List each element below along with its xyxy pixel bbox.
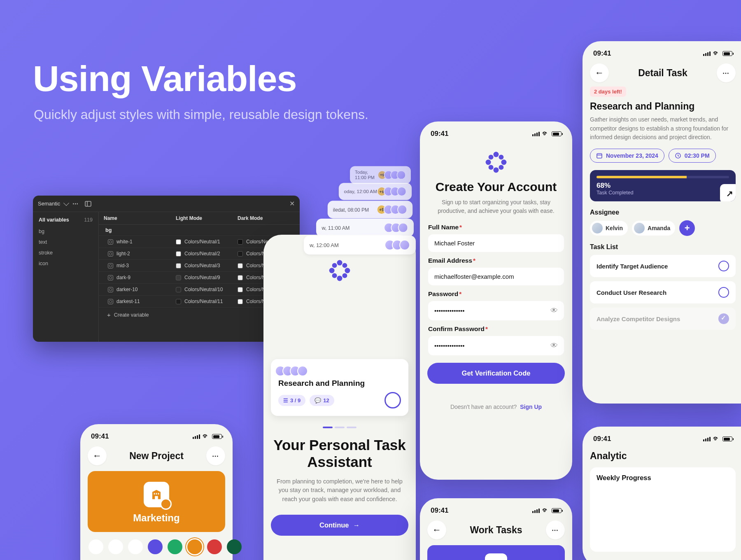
more-button[interactable]: ⋯ bbox=[546, 520, 565, 539]
variable-category-item[interactable]: icon bbox=[33, 258, 98, 269]
full-name-input[interactable]: Michael Foster bbox=[428, 234, 564, 252]
task-heading: Research and Planning bbox=[590, 101, 736, 112]
task-meta: Today, 11:00 PM bbox=[355, 170, 380, 180]
panel-more-button[interactable]: ⋯ bbox=[72, 201, 79, 207]
color-option[interactable] bbox=[187, 539, 202, 554]
task-description: Gather insights on user needs, market tr… bbox=[590, 115, 736, 142]
continue-button[interactable]: Continue → bbox=[271, 515, 408, 536]
eye-off-icon[interactable]: 👁︎ bbox=[550, 306, 558, 315]
calendar-icon bbox=[596, 152, 603, 159]
task-name: Identify Target Audience bbox=[597, 263, 668, 270]
task-item[interactable]: Analyze Competitor Designs bbox=[590, 308, 736, 330]
task-checkbox[interactable] bbox=[718, 313, 729, 324]
task-meta: oday, 12:00 AM bbox=[344, 189, 377, 194]
light-mode-value: Colors/Neutral/2 bbox=[184, 251, 220, 257]
assignee-chip[interactable]: Kelvin bbox=[590, 221, 628, 236]
date-chip[interactable]: November 23, 2024 bbox=[590, 149, 664, 163]
status-time: 09:41 bbox=[593, 435, 611, 443]
color-option[interactable] bbox=[89, 539, 103, 554]
color-option[interactable] bbox=[148, 539, 163, 554]
sidebar-toggle-icon[interactable] bbox=[85, 201, 91, 207]
project-category-card[interactable]: Marketing bbox=[88, 471, 225, 532]
screen-detail-task: 09:41 ᯤ ← Detail Task ⋯ 2 days left! Res… bbox=[583, 41, 741, 404]
variable-type-icon bbox=[108, 299, 113, 304]
status-icons: ᯤ bbox=[703, 49, 732, 58]
confirm-password-input[interactable]: •••••••••••••• 👁︎ bbox=[428, 336, 564, 355]
task-checkbox[interactable] bbox=[718, 287, 729, 298]
svg-point-10 bbox=[494, 152, 499, 157]
email-label: Email Address* bbox=[428, 257, 564, 264]
variable-name: dark-9 bbox=[117, 275, 130, 280]
password-input[interactable]: •••••••••••••• 👁︎ bbox=[428, 301, 564, 320]
eye-off-icon[interactable]: 👁︎ bbox=[550, 341, 558, 350]
color-option[interactable] bbox=[168, 539, 182, 554]
light-mode-value: Colors/Neutral/10 bbox=[184, 287, 223, 292]
color-picker-row bbox=[89, 539, 224, 554]
task-name: Conduct User Research bbox=[597, 289, 666, 296]
add-column-button[interactable]: + bbox=[299, 215, 300, 221]
light-mode-value: Colors/Neutral/3 bbox=[184, 263, 220, 268]
stacked-task-card: w, 11:00 AM bbox=[316, 219, 414, 237]
expand-button[interactable]: ↗ bbox=[720, 184, 736, 201]
variable-category-item[interactable]: text bbox=[33, 237, 98, 247]
task-item[interactable]: Identify Target Audience bbox=[590, 255, 736, 277]
svg-point-16 bbox=[489, 165, 494, 170]
status-icons: ᯤ bbox=[703, 435, 732, 443]
color-option[interactable] bbox=[128, 539, 143, 554]
password-value: •••••••••••••• bbox=[434, 307, 465, 314]
screen-onboarding: 09:41 ᯤ Today, 11:00 PM+9oday, 12:00 AM+… bbox=[263, 235, 416, 560]
full-name-label: Full Name* bbox=[428, 224, 564, 231]
get-code-button[interactable]: Get Verification Code bbox=[427, 363, 565, 384]
color-option[interactable] bbox=[108, 539, 123, 554]
password-label: Password* bbox=[428, 290, 564, 298]
assignee-chip[interactable]: Amanda bbox=[632, 221, 675, 236]
color-swatch bbox=[176, 299, 181, 304]
more-button[interactable]: ⋯ bbox=[206, 446, 225, 465]
back-button[interactable]: ← bbox=[427, 520, 446, 539]
color-swatch bbox=[176, 251, 181, 257]
color-swatch bbox=[238, 239, 243, 245]
task-checkbox[interactable] bbox=[718, 261, 729, 271]
screen-create-account: 09:41 ᯤ Create Your Account Sign up to s… bbox=[420, 121, 572, 480]
variable-type-icon bbox=[108, 275, 113, 280]
color-option[interactable] bbox=[207, 539, 222, 554]
stacked-task-card: iledat, 08:00 PM+9 bbox=[328, 201, 412, 219]
back-button[interactable]: ← bbox=[590, 63, 609, 82]
weekly-progress-card: Weekly Progress bbox=[590, 467, 736, 552]
stacked-task-card: oday, 12:00 AM+9 bbox=[339, 183, 412, 200]
all-variables-label[interactable]: All variables bbox=[39, 217, 69, 223]
svg-point-14 bbox=[489, 155, 494, 160]
screen-new-project: 09:41 ᯤ ← New Project ⋯ Marketing Projec… bbox=[80, 424, 233, 560]
confirm-password-label: Confirm Password* bbox=[428, 325, 564, 333]
add-assignee-button[interactable]: + bbox=[679, 220, 695, 236]
more-button[interactable]: ⋯ bbox=[717, 63, 736, 82]
status-time: 09:41 bbox=[431, 130, 448, 138]
back-button[interactable]: ← bbox=[88, 446, 107, 465]
sign-up-link[interactable]: Sign Up bbox=[520, 404, 542, 410]
variable-category-item[interactable]: bg bbox=[33, 226, 98, 237]
progress-ring-icon bbox=[384, 392, 401, 408]
avatar bbox=[592, 223, 603, 233]
email-input[interactable]: michaelfoster@example.com bbox=[428, 268, 564, 285]
svg-point-11 bbox=[494, 167, 499, 173]
color-option[interactable] bbox=[227, 539, 242, 554]
close-icon[interactable]: ✕ bbox=[289, 200, 295, 208]
building-icon-wrap bbox=[485, 553, 507, 560]
variables-panel: Semantic ⋯ ✕ All variables 119 bgtextstr… bbox=[33, 196, 300, 342]
svg-point-8 bbox=[332, 273, 337, 278]
svg-point-15 bbox=[499, 155, 503, 160]
svg-point-13 bbox=[501, 160, 506, 165]
featured-task-title: Research and Planning bbox=[278, 379, 401, 388]
variable-category-item[interactable]: stroke bbox=[33, 247, 98, 258]
featured-task-card[interactable]: Research and Planning ☰3 / 9 💬12 bbox=[271, 359, 408, 416]
svg-rect-18 bbox=[597, 154, 602, 158]
page-subtitle: Sign up to start organizing your tasks, … bbox=[432, 198, 560, 215]
time-chip[interactable]: 02:30 PM bbox=[669, 149, 716, 163]
task-item[interactable]: Conduct User Research bbox=[590, 281, 736, 303]
screen-analytic: 09:41 ᯤ Analytic Weekly Progress bbox=[583, 427, 741, 560]
svg-point-17 bbox=[499, 165, 503, 170]
assignee-section-title: Assignee bbox=[590, 209, 736, 216]
bar-chart bbox=[597, 488, 732, 549]
task-meta: iledat, 08:00 PM bbox=[333, 207, 369, 212]
collection-dropdown[interactable]: Semantic bbox=[38, 201, 68, 207]
